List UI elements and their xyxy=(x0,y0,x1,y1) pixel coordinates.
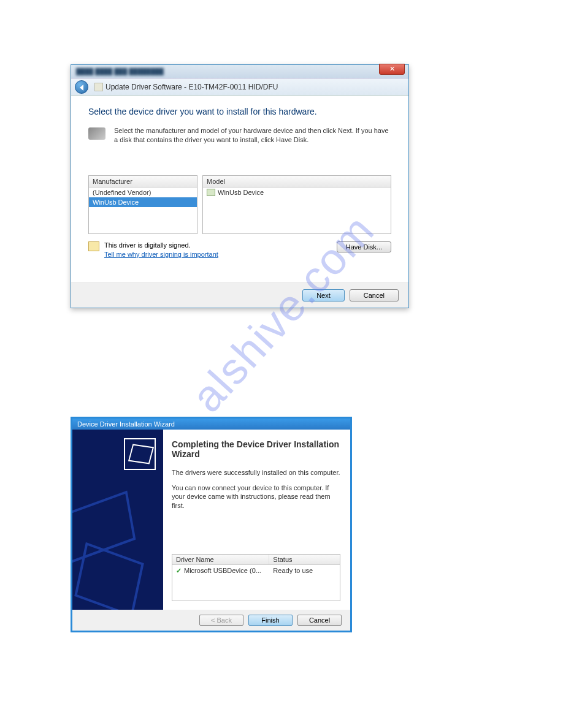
dialog2-body: Completing the Device Driver Installatio… xyxy=(72,430,350,610)
cancel-button[interactable]: Cancel xyxy=(297,615,342,626)
blurred-title: ████ ████ ███ ████████ xyxy=(71,66,169,77)
model-header: Model xyxy=(203,176,391,188)
col-driver-name: Driver Name xyxy=(172,555,269,564)
sidebar-shape xyxy=(74,542,144,610)
back-button: < Back xyxy=(199,615,243,626)
col-status: Status xyxy=(269,555,340,564)
chip-icon xyxy=(88,127,105,140)
list-container: Manufacturer (Undefined Vendor) WinUsb D… xyxy=(88,175,391,234)
close-button[interactable]: ✕ xyxy=(379,64,405,75)
driver-status-cell: Ready to use xyxy=(269,565,340,576)
signed-text: This driver is digitally signed. xyxy=(104,241,218,249)
nav-title-text: Update Driver Software - E10-TM42F-0011 … xyxy=(105,83,278,91)
table-header: Driver Name Status xyxy=(172,555,340,565)
document-icon xyxy=(94,83,103,91)
finish-button[interactable]: Finish xyxy=(248,615,293,626)
signing-info-link[interactable]: Tell me why driver signing is important xyxy=(104,251,218,258)
have-disk-button[interactable]: Have Disk... xyxy=(337,241,391,252)
dialog1-nav-title: Update Driver Software - E10-TM42F-0011 … xyxy=(94,83,278,91)
check-icon: ✓ xyxy=(176,567,182,575)
dialog1-nav-row: Update Driver Software - E10-TM42F-0011 … xyxy=(71,78,408,96)
table-row: ✓ Microsoft USBDevice (0... Ready to use xyxy=(172,565,340,601)
dialog2-heading: Completing the Device Driver Installatio… xyxy=(172,439,340,459)
dialog1-content: Select the device driver you want to ins… xyxy=(71,96,408,282)
box-icon xyxy=(124,438,156,470)
cancel-button[interactable]: Cancel xyxy=(350,289,399,301)
model-item-winusb[interactable]: WinUsb Device xyxy=(203,188,391,197)
instruction-row: Select the manufacturer and model of you… xyxy=(88,126,391,145)
install-wizard-dialog: Device Driver Installation Wizard Comple… xyxy=(71,417,352,632)
manufacturer-item-undefined[interactable]: (Undefined Vendor) xyxy=(89,188,197,197)
model-item-label: WinUsb Device xyxy=(218,189,264,196)
wizard-sidebar xyxy=(72,430,163,610)
connect-text: You can now connect your device to this … xyxy=(172,483,340,510)
update-driver-dialog: ████ ████ ███ ████████ ✕ Update Driver S… xyxy=(71,64,409,308)
dialog2-title: Device Driver Installation Wizard xyxy=(72,419,350,430)
instruction-text: Select the manufacturer and model of you… xyxy=(114,126,391,145)
model-listbox[interactable]: Model WinUsb Device xyxy=(202,175,391,234)
dialog2-footer: < Back Finish Cancel xyxy=(72,610,350,631)
signature-left: This driver is digitally signed. Tell me… xyxy=(88,241,218,258)
success-text: The drivers were successfully installed … xyxy=(172,469,340,476)
back-button-icon[interactable] xyxy=(75,80,88,94)
driver-table: Driver Name Status ✓ Microsoft USBDevice… xyxy=(172,554,340,601)
dialog1-titlebar: ████ ████ ███ ████████ ✕ xyxy=(71,65,408,78)
manufacturer-item-winusb[interactable]: WinUsb Device xyxy=(89,197,197,207)
driver-name-cell: Microsoft USBDevice (0... xyxy=(184,567,261,574)
manufacturer-listbox[interactable]: Manufacturer (Undefined Vendor) WinUsb D… xyxy=(88,175,197,234)
signature-row: This driver is digitally signed. Tell me… xyxy=(88,241,391,258)
dialog1-heading: Select the device driver you want to ins… xyxy=(88,107,391,116)
dialog2-main: Completing the Device Driver Installatio… xyxy=(163,430,350,610)
manufacturer-header: Manufacturer xyxy=(89,176,197,188)
certificate-icon xyxy=(88,241,99,251)
device-icon xyxy=(207,189,215,196)
dialog1-footer: Next Cancel xyxy=(71,282,408,308)
next-button[interactable]: Next xyxy=(302,289,345,301)
